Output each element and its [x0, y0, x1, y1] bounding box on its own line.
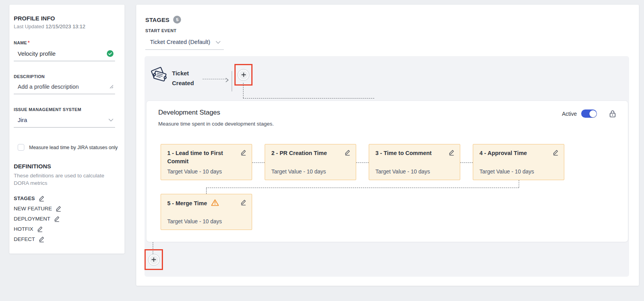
definition-item: DEFECT [14, 236, 115, 243]
stage-group-title: Development Stages [158, 109, 220, 117]
ticket-icon [150, 65, 169, 87]
stage-card[interactable]: 3 - Time to Comment Target Value - 10 da… [369, 144, 460, 180]
start-event-select[interactable]: Ticket Created (Default) [145, 35, 224, 50]
resize-handle-icon[interactable] [110, 85, 113, 89]
stage-card[interactable]: 4 - Approval Time Target Value - 10 days [473, 144, 564, 180]
profile-info-panel: PROFILE INFO Last Updated 12/15/2023 13:… [9, 5, 124, 254]
stage-name: 2 - PR Creation Time [271, 149, 327, 157]
definition-item-label: NEW FEATURE [14, 206, 52, 212]
arrowhead-icon [225, 77, 229, 84]
definition-item-label: DEPLOYMENT [14, 216, 50, 222]
add-stage-button-top[interactable] [238, 69, 249, 81]
start-event-label: START EVENT [145, 28, 176, 33]
highlight-box-top [234, 64, 252, 86]
stage-name: 1 - Lead time to First Commit [167, 149, 232, 166]
stage-card[interactable]: 1 - Lead time to First Commit Target Val… [161, 144, 252, 180]
last-updated: Last Updated 12/15/2023 13:12 [14, 24, 115, 29]
lead-time-checkbox[interactable] [18, 144, 24, 151]
chevron-down-icon [108, 119, 113, 122]
connector-line [252, 162, 265, 163]
start-node-label: Ticket Created [172, 68, 207, 88]
definitions-subtitle: These definitions are used to calculate … [14, 172, 112, 187]
profile-info-title: PROFILE INFO [14, 15, 115, 22]
chevron-down-icon [216, 38, 221, 46]
lead-time-checkbox-label: Measure lead time by JIRA statuses only [29, 145, 118, 150]
stages-title: STAGES [145, 16, 169, 23]
lead-time-checkbox-row: Measure lead time by JIRA statuses only [18, 144, 115, 151]
ims-select[interactable]: Jira [14, 116, 115, 128]
last-updated-value: 12/15/2023 13:12 [46, 24, 85, 29]
flow-arrow [203, 77, 229, 82]
definition-item-label: DEFECT [14, 236, 35, 242]
stage-flow-canvas: Ticket Created Development Stages Measur… [145, 56, 629, 277]
edit-definition-icon[interactable] [55, 205, 62, 212]
active-toggle-label: Active [562, 111, 577, 117]
stage-name: 5 - Merge Time [167, 199, 219, 209]
required-asterisk: * [28, 40, 30, 46]
definition-item: NEW FEATURE [14, 205, 115, 212]
stage-target-value: Target Value - 10 days [271, 168, 351, 175]
edit-stage-icon[interactable] [240, 199, 247, 206]
stage-target-value: Target Value - 10 days [167, 218, 247, 224]
stage-group-controls: Active [562, 109, 616, 118]
warning-icon [211, 199, 219, 209]
connector-line [243, 98, 374, 99]
ims-selected-value: Jira [18, 117, 27, 123]
stage-target-value: Target Value - 10 days [375, 168, 455, 175]
stage-name: 3 - Time to Comment [375, 149, 432, 157]
name-field-row [14, 49, 115, 61]
stages-header: STAGES 5 [145, 16, 181, 24]
last-updated-label: Last Updated [14, 24, 44, 29]
edit-definition-icon[interactable] [54, 215, 60, 222]
stage-target-value: Target Value - 10 days [167, 168, 247, 175]
highlight-box-bottom [145, 249, 163, 270]
ims-label: ISSUE MANAGEMENT SYSTEM [14, 107, 115, 112]
connector-line [356, 162, 369, 163]
name-input[interactable] [18, 50, 104, 57]
stage-group-subtitle: Measure time spent in code development s… [158, 121, 274, 127]
connector-line [460, 162, 473, 163]
definitions-title: DEFINITIONS [14, 163, 115, 170]
edit-stage-icon[interactable] [240, 149, 247, 156]
definition-item: DEPLOYMENT [14, 215, 115, 222]
edit-stage-icon[interactable] [553, 149, 559, 156]
active-toggle[interactable] [581, 109, 597, 118]
stage-card[interactable]: 5 - Merge Time Target Value - 10 days [161, 194, 252, 230]
definitions-list: STAGES NEW FEATURE DEPLOYMENT HOTFIX DEF… [14, 195, 115, 243]
edit-definition-icon[interactable] [37, 226, 43, 232]
connector-line [243, 83, 243, 98]
edit-definition-icon[interactable] [38, 236, 45, 243]
definition-item-label: HOTFIX [14, 226, 33, 232]
connector-line [519, 180, 519, 188]
stage-group-card: Development Stages Measure time spent in… [146, 100, 628, 242]
definition-item-label: STAGES [14, 195, 35, 201]
description-field-row [14, 83, 115, 94]
stage-name: 4 - Approval Time [479, 149, 527, 157]
stage-target-value: Target Value - 10 days [479, 168, 559, 175]
connector-line [206, 188, 519, 188]
name-label: NAME* [14, 40, 115, 46]
valid-check-icon [107, 50, 113, 57]
lock-icon[interactable] [609, 110, 616, 118]
add-stage-button-bottom[interactable] [148, 254, 160, 266]
edit-stage-icon[interactable] [448, 149, 455, 156]
connector-line [206, 188, 207, 194]
edit-definition-icon[interactable] [38, 195, 45, 202]
stage-card[interactable]: 2 - PR Creation Time Target Value - 10 d… [265, 144, 356, 180]
definition-item: HOTFIX [14, 226, 115, 232]
edit-stage-icon[interactable] [344, 149, 351, 156]
flow-divider-line [232, 71, 232, 91]
stages-panel: STAGES 5 START EVENT Ticket Created (Def… [136, 5, 639, 286]
description-label: DESCRIPTION [14, 74, 115, 79]
start-event-selected-value: Ticket Created (Default) [150, 39, 210, 45]
stages-count-badge: 5 [173, 16, 181, 24]
definition-item: STAGES [14, 195, 115, 202]
description-input[interactable] [18, 84, 106, 90]
